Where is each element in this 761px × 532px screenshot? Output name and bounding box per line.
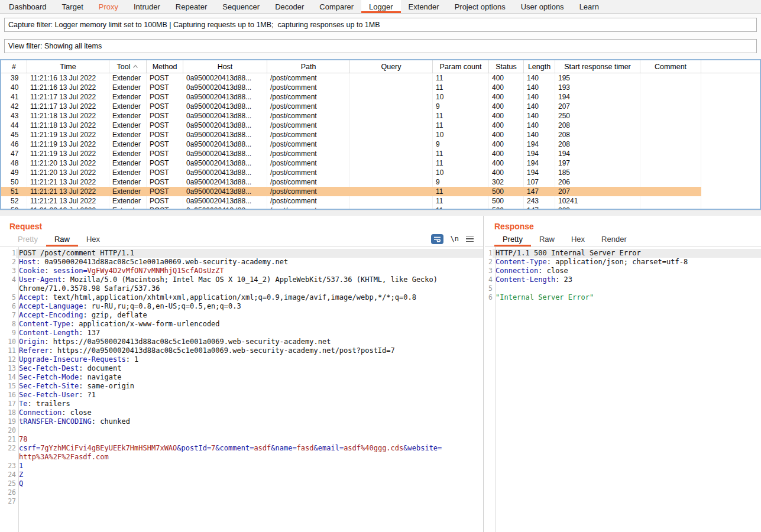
table-cell: Extender [109, 177, 147, 187]
column-header-tool[interactable]: Tool [109, 60, 147, 73]
table-cell: 11:21:18 13 Jul 2022 [27, 111, 109, 121]
column-header-index[interactable]: # [1, 60, 27, 73]
nav-tab-comparer[interactable]: Comparer [312, 0, 361, 13]
table-row[interactable]: 4611:21:19 13 Jul 2022ExtenderPOST0a9500… [1, 140, 760, 149]
table-row[interactable]: 4811:21:20 13 Jul 2022ExtenderPOST0a9500… [1, 158, 760, 168]
line-number: 7 [0, 311, 16, 320]
line-content: Connection: close [16, 408, 483, 417]
table-cell: 11:21:19 13 Jul 2022 [27, 140, 109, 149]
column-header-start-response-timer[interactable]: Start response timer [555, 60, 640, 73]
chevron-up-icon [132, 64, 138, 69]
table-row[interactable]: 4411:21:18 13 Jul 2022ExtenderPOST0a9500… [1, 121, 760, 130]
table-row[interactable]: 5011:21:21 13 Jul 2022ExtenderPOST0a9500… [1, 177, 760, 187]
table-cell: POST [147, 83, 183, 92]
table-row[interactable]: 3911:21:16 13 Jul 2022ExtenderPOST0a9500… [1, 73, 760, 83]
request-panel-title: Request [0, 216, 483, 231]
nav-tab-target[interactable]: Target [54, 0, 91, 13]
nav-tab-user-options[interactable]: User options [513, 0, 572, 13]
column-header-param-count[interactable]: Param count [433, 60, 489, 73]
response-tab-render[interactable]: Render [593, 231, 635, 246]
nav-tab-sequencer[interactable]: Sequencer [215, 0, 267, 13]
editor-line: 1POST /post/comment HTTP/1.1 [0, 249, 483, 258]
table-cell: 51 [1, 187, 27, 196]
table-row[interactable]: 5211:21:21 13 Jul 2022ExtenderPOST0a9500… [1, 196, 760, 206]
table-row[interactable]: 4211:21:17 13 Jul 2022ExtenderPOST0a9500… [1, 102, 760, 111]
table-cell [640, 140, 701, 149]
response-tab-hex[interactable]: Hex [563, 231, 593, 246]
response-editor[interactable]: 1HTTP/1.1 500 Internal Server Error2Cont… [485, 247, 761, 532]
table-cell: 11:21:21 13 Jul 2022 [27, 177, 109, 187]
column-header-method[interactable]: Method [147, 60, 183, 73]
editor-line: 231 [0, 462, 483, 471]
column-header-time[interactable]: Time [27, 60, 109, 73]
table-cell-filler [701, 130, 760, 140]
editor-menu-icon[interactable] [466, 236, 474, 242]
table-cell: 46 [1, 140, 27, 149]
nav-tab-dashboard[interactable]: Dashboard [1, 0, 54, 13]
table-row[interactable]: 5311:21:22 13 Jul 2022ExtenderPOST0a9500… [1, 206, 760, 210]
table-cell: 207 [555, 102, 640, 111]
nav-tab-intruder[interactable]: Intruder [126, 0, 168, 13]
column-header-path[interactable]: Path [267, 60, 350, 73]
table-cell [640, 130, 701, 140]
table-cell [640, 149, 701, 158]
table-cell: /post/comment [267, 73, 350, 83]
line-content: Cookie: session=VgFWy4D2vMfON7vMNMhjQ1Sc… [16, 267, 483, 275]
table-row[interactable]: 5111:21:21 13 Jul 2022ExtenderPOST0a9500… [1, 187, 760, 196]
column-header-query[interactable]: Query [350, 60, 433, 73]
table-cell [640, 206, 701, 210]
table-cell: 10 [433, 168, 489, 177]
table-row[interactable]: 4011:21:16 13 Jul 2022ExtenderPOST0a9500… [1, 83, 760, 92]
top-nav: DashboardTargetProxyIntruderRepeaterSequ… [0, 0, 761, 14]
line-number: 3 [485, 267, 493, 275]
nav-tab-decoder[interactable]: Decoder [267, 0, 312, 13]
nav-tab-repeater[interactable]: Repeater [168, 0, 215, 13]
table-row[interactable]: 4911:21:20 13 Jul 2022ExtenderPOST0a9500… [1, 168, 760, 177]
request-tab-hex[interactable]: Hex [78, 231, 108, 246]
line-number: 24 [0, 471, 16, 479]
column-header-comment[interactable]: Comment [640, 60, 701, 73]
request-editor[interactable]: 1POST /post/comment HTTP/1.12Host: 0a950… [0, 247, 483, 532]
capture-filter-bar[interactable]: Capture filter: Logger memory limit set … [4, 18, 757, 32]
table-cell: 11:21:16 13 Jul 2022 [27, 83, 109, 92]
line-number: 1 [0, 249, 16, 258]
table-cell: 44 [1, 121, 27, 130]
nav-tab-extender[interactable]: Extender [401, 0, 447, 13]
table-cell-filler [701, 149, 760, 158]
table-row[interactable]: 4311:21:18 13 Jul 2022ExtenderPOST0a9500… [1, 111, 760, 121]
view-filter-bar[interactable]: View filter: Showing all items [4, 39, 757, 53]
line-content: Origin: https://0a9500020413d88ac08c5c1e… [16, 338, 483, 346]
editor-line: 10Origin: https://0a9500020413d88ac08c5c… [0, 338, 483, 346]
nav-tab-learn[interactable]: Learn [572, 0, 607, 13]
newline-marker-icon[interactable]: \n [451, 235, 459, 243]
table-cell [640, 196, 701, 206]
table-cell: 52 [1, 196, 27, 206]
nav-tab-proxy[interactable]: Proxy [91, 0, 126, 13]
table-cell: 194 [524, 149, 555, 158]
column-header-status[interactable]: Status [489, 60, 524, 73]
table-row[interactable]: 4711:21:19 13 Jul 2022ExtenderPOST0a9500… [1, 149, 760, 158]
response-subtabs: PrettyRawHexRender [485, 231, 761, 247]
column-header-length[interactable]: Length [524, 60, 555, 73]
table-cell: 0a9500020413d88... [183, 140, 267, 149]
nav-tab-logger[interactable]: Logger [361, 0, 400, 13]
horizontal-splitter[interactable] [0, 210, 761, 216]
response-tab-raw[interactable]: Raw [531, 231, 563, 246]
column-header-host[interactable]: Host [183, 60, 267, 73]
table-cell-filler [701, 102, 760, 111]
editor-line: 7Accept-Encoding: gzip, deflate [0, 311, 483, 320]
table-row[interactable]: 4111:21:17 13 Jul 2022ExtenderPOST0a9500… [1, 92, 760, 102]
table-row[interactable]: 4511:21:19 13 Jul 2022ExtenderPOST0a9500… [1, 130, 760, 140]
response-tab-pretty[interactable]: Pretty [494, 231, 531, 246]
message-editor-area: Request PrettyRawHex \n 1POST /post/comm… [0, 216, 761, 532]
line-content: Te: trailers [16, 400, 483, 408]
wrap-toggle-icon[interactable] [431, 234, 443, 244]
table-cell: 195 [555, 73, 640, 83]
table-cell: 500 [489, 196, 524, 206]
line-content [493, 284, 761, 293]
request-tab-raw[interactable]: Raw [46, 231, 78, 246]
table-cell: 11 [433, 111, 489, 121]
table-cell: 9 [433, 140, 489, 149]
nav-tab-project-options[interactable]: Project options [447, 0, 513, 13]
request-editor-icons: \n [431, 231, 483, 246]
